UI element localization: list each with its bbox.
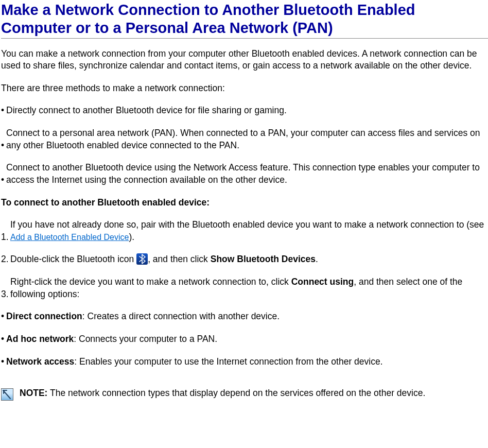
- method-item-2: • Connect to a personal area network (PA…: [1, 127, 488, 151]
- step-number: 2.: [1, 253, 10, 266]
- bluetooth-icon: [136, 253, 148, 265]
- method-text: Connect to a personal area network (PAN)…: [6, 127, 488, 151]
- bullet-marker: •: [1, 333, 6, 346]
- step-text: ).: [129, 232, 134, 242]
- step-2: 2. Double-click the Bluetooth icon , and…: [1, 253, 488, 266]
- add-device-link[interactable]: Add a Bluetooth Enabled Device: [10, 233, 129, 242]
- method-text: Connect to another Bluetooth device usin…: [6, 162, 488, 186]
- method-text: Directly connect to another Bluetooth de…: [6, 105, 488, 117]
- bullet-marker: •: [1, 174, 6, 186]
- option-item-2: • Ad hoc network: Connects your computer…: [1, 333, 488, 346]
- bullet-marker: •: [1, 105, 6, 117]
- method-item-3: • Connect to another Bluetooth device us…: [1, 162, 488, 186]
- option-text: : Connects your computer to a PAN.: [74, 334, 217, 344]
- note-icon: [1, 388, 13, 401]
- bullet-marker: •: [1, 311, 6, 323]
- option-text: : Enables your computer to use the Inter…: [74, 356, 382, 367]
- step-1: 1. If you have not already done so, pair…: [1, 219, 488, 243]
- step-bold: Show Bluetooth Devices: [211, 254, 316, 264]
- step-number: 1.: [1, 231, 10, 244]
- method-item-1: • Directly connect to another Bluetooth …: [1, 105, 488, 117]
- note-text-content: The network connection types that displa…: [47, 388, 425, 398]
- option-item-3: • Network access: Enables your computer …: [1, 356, 488, 368]
- option-label: Network access: [6, 356, 74, 367]
- step-text: If you have not already done so, pair wi…: [10, 219, 484, 230]
- steps-heading: To connect to another Bluetooth enabled …: [1, 197, 488, 209]
- step-3: 3. Right-click the device you want to ma…: [1, 276, 488, 300]
- note-block: NOTE: The network connection types that …: [1, 387, 488, 401]
- bullet-marker: •: [1, 356, 6, 368]
- option-item-1: • Direct connection: Creates a direct co…: [1, 311, 488, 323]
- step-number: 3.: [1, 288, 10, 301]
- step-text: .: [316, 254, 318, 264]
- step-text: Double-click the Bluetooth icon: [10, 254, 136, 264]
- bullet-marker: •: [1, 140, 6, 152]
- option-text: : Creates a direct connection with anoth…: [82, 311, 280, 321]
- intro-paragraph-1: You can make a network connection from y…: [1, 48, 488, 72]
- step-bold: Connect using: [291, 277, 354, 287]
- step-text: Right-click the device you want to make …: [10, 277, 291, 287]
- note-label: NOTE:: [20, 388, 47, 398]
- page-title: Make a Network Connection to Another Blu…: [1, 1, 488, 39]
- option-label: Ad hoc network: [6, 334, 74, 344]
- option-label: Direct connection: [6, 311, 82, 321]
- intro-paragraph-2: There are three methods to make a networ…: [1, 82, 488, 95]
- step-text: , and then click: [148, 254, 211, 264]
